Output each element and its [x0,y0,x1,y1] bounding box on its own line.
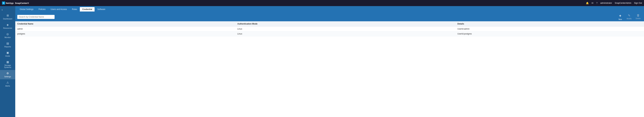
modify-label: Modify [627,18,632,20]
modify-button[interactable]: ✎ Modify [625,13,633,21]
sidebar-label-dashboard: Dashboard [3,18,12,20]
content-area: Global Settings Policies Users and Acces… [15,6,644,117]
sidebar-item-resources[interactable]: ◈ Resources [0,21,15,31]
mail-icon[interactable]: ✉ [592,2,594,4]
app-layout: ‹ ⊞ Dashboard ◈ Resources ◎ Monitor ▤ Re… [0,6,644,117]
cell-credential-name: admin [15,26,236,31]
toolbar-actions: + New ✎ Modify 🗑 Delete [616,13,642,21]
delete-label: Delete [636,17,640,19]
edit-icon: ✎ [628,14,630,17]
settings-icon: ⚙ [6,72,9,75]
sidebar-label-resources: Resources [3,27,12,29]
help-icon[interactable]: ? [596,2,598,4]
resources-icon: ◈ [6,23,9,26]
monitor-icon: ◎ [6,32,9,36]
cell-auth-mode: Linux [236,31,456,36]
toolbar: + New ✎ Modify 🗑 Delete [15,12,644,21]
hosts-icon: ▣ [6,51,9,54]
subnav-global-settings[interactable]: Global Settings [17,7,36,11]
col-credential-name: Credential Name [15,21,236,26]
sidebar: ‹ ⊞ Dashboard ◈ Resources ◎ Monitor ▤ Re… [0,6,15,117]
sidebar-label-hosts: Hosts [5,55,10,57]
table-body: admin Linux UserId:admin postgres Linux … [15,26,644,36]
logo-icon: N [2,1,5,4]
cell-details: UserId:postgres [456,31,644,36]
sidebar-label-reports: Reports [4,46,11,48]
top-bar-right: 🔔 ✉ ? administrator SnapCenterAdmin Sign… [586,2,642,4]
sidebar-item-reports[interactable]: ▤ Reports [0,40,15,49]
table-row[interactable]: postgres Linux UserId:postgres [15,31,644,36]
cell-auth-mode: Linux [236,26,456,31]
col-auth-mode: Authentication Mode [236,21,456,26]
dashboard-icon: ⊞ [6,14,9,17]
sidebar-label-settings: Settings [4,76,11,78]
sidebar-item-dashboard[interactable]: ⊞ Dashboard [0,12,15,21]
storage-icon: ▦ [6,60,9,64]
subnav-software[interactable]: Software [95,7,108,11]
brand-name: NetApp [6,2,14,4]
bell-icon[interactable]: 🔔 [586,2,589,4]
credentials-table: Credential Name Authentication Mode Deta… [15,21,644,36]
subnav-policies[interactable]: Policies [36,7,48,11]
top-bar: N NetApp SnapCenter® 🔔 ✉ ? administrator… [0,0,644,6]
sub-nav: Global Settings Policies Users and Acces… [15,6,644,12]
new-label: New [618,18,622,20]
alerts-icon: ⚠ [6,81,9,84]
col-details: Details [456,21,644,26]
sidebar-item-storage[interactable]: ▦ Storage Systems [0,59,15,70]
sidebar-label-alerts: Alerts [5,85,10,87]
subnav-credential[interactable]: Credential [80,7,94,11]
sidebar-item-settings[interactable]: ⚙ Settings [0,70,15,79]
chevron-left-icon: ‹ [2,8,2,11]
table-area: Credential Name Authentication Mode Deta… [15,21,644,117]
sidebar-item-hosts[interactable]: ▣ Hosts [0,49,15,59]
table-header: Credential Name Authentication Mode Deta… [15,21,644,26]
user-name[interactable]: administrator [600,2,612,4]
table-row[interactable]: admin Linux UserId:admin [15,26,644,31]
search-input[interactable] [17,15,54,19]
sign-out-button[interactable]: Sign Out [634,2,642,4]
sidebar-item-alerts[interactable]: ⚠ Alerts [0,79,15,89]
cell-details: UserId:admin [456,26,644,31]
sidebar-label-storage: Storage Systems [1,64,14,68]
reports-icon: ▤ [6,42,9,45]
cell-credential-name: postgres [15,31,236,36]
netapp-logo: N NetApp [2,1,14,4]
new-button[interactable]: + New [616,13,624,21]
app-name: SnapCenter® [15,2,29,4]
delete-button[interactable]: 🗑 Delete [634,13,642,21]
trash-icon: 🗑 [637,14,640,17]
top-bar-left: N NetApp SnapCenter® [2,1,29,4]
sidebar-item-monitor[interactable]: ◎ Monitor [0,31,15,40]
sidebar-toggle[interactable]: ‹ [0,7,15,12]
admin-name[interactable]: SnapCenterAdmin [615,2,631,4]
plus-icon: + [619,14,621,18]
sidebar-label-monitor: Monitor [4,36,11,38]
subnav-roles[interactable]: Roles [70,7,80,11]
subnav-users-access[interactable]: Users and Access [48,7,69,11]
